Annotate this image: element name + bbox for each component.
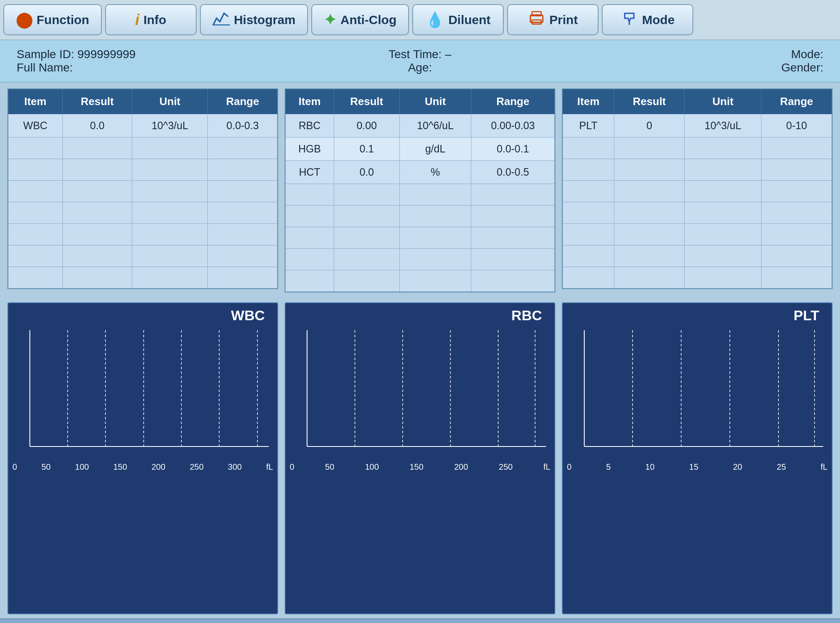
table3-body-row0-item: PLT [562,114,614,137]
table1-body-row3-unit [132,181,208,202]
gender-label: Gender: [781,61,823,74]
patient-info-bar: Sample ID: 999999999 Full Name: Test Tim… [0,40,840,83]
anticlog-icon: ✦ [324,11,336,29]
table-plt: Item Result Unit Range PLT010^3/uL0-10 [562,88,833,289]
table2-body-row5-range [471,227,555,249]
table3-col-range: Range [761,89,832,114]
table2-body-row6-item [285,249,334,270]
table1-body-row7-result [62,267,132,289]
table2-body-row7-item [285,270,334,292]
table3-body-row1-item [562,137,614,159]
chart-rbc-xaxis: 0 50 100 150 200 250 fL [290,461,550,472]
table1-body-row3-range [208,181,278,202]
table3-body-row4-unit [685,202,761,224]
mode-button[interactable]: Mode [602,4,693,35]
chart-wbc-svg [12,326,273,459]
function-button[interactable]: ⬤ Function [3,4,102,35]
table2-body-row4-result [334,206,399,227]
table1-body-row3-result [62,181,132,202]
table3-body-row4-range [761,202,832,224]
table1-body-row2-unit [132,159,208,181]
table3-body-row7-range [761,267,832,289]
table1-body-row5-result [62,224,132,245]
table-rbc-wrap: Item Result Unit Range RBC0.0010^6/uL0.0… [285,88,555,292]
table3-body-row2-result [614,159,685,181]
table3-body-row2-unit [685,159,761,181]
table-wbc-wrap: Item Result Unit Range WBC0.010^3/uL0.0-… [7,88,278,292]
chart-wbc: WBC 0 50 100 150 200 250 300 [7,302,278,615]
age-label: Age: [408,61,432,74]
chart-plt-xaxis: 0 5 10 15 20 25 fL [567,461,828,472]
print-button[interactable]: Print [507,4,599,35]
table3-body-row1-result [614,137,685,159]
full-name-field: Full Name: [17,61,283,74]
table3-body-row6-unit [685,245,761,267]
table1-col-item: Item [8,89,62,114]
table2-col-unit: Unit [399,89,471,114]
table2-body-row4-unit [399,206,471,227]
table2-body-row2-item: HCT [285,161,334,184]
table1-body-row1-item [8,137,62,159]
table1-body-row5-item [8,224,62,245]
table1-body-row4-item [8,202,62,224]
table3-body-row3-range [761,181,832,202]
print-label: Print [549,13,578,27]
mode-icon [621,10,638,29]
table3-col-unit: Unit [685,89,761,114]
table3-body-row6-item [562,245,614,267]
chart-wbc-xaxis: 0 50 100 150 200 250 300 fL [12,461,273,472]
table2-body-row3-range [471,184,555,206]
diluent-icon: 💧 [426,11,444,29]
table2-col-item: Item [285,89,334,114]
table3-body-row5-result [614,224,685,245]
full-name-label: Full Name: [17,61,73,74]
gender-field: Gender: [557,61,823,74]
anticlog-button[interactable]: ✦ Anti-Clog [311,4,409,35]
chart-plt-svg [567,326,828,459]
table3-body-row3-item [562,181,614,202]
table1-body-row0-range: 0.0-0.3 [208,114,278,137]
table1-body-row0-result: 0.0 [62,114,132,137]
table3-body-row5-unit [685,224,761,245]
table1-body-row1-range [208,137,278,159]
table1-body-row3-item [8,181,62,202]
table1-body-row4-range [208,202,278,224]
histogram-icon [212,10,230,29]
main-content: Item Result Unit Range WBC0.010^3/uL0.0-… [0,83,840,618]
chart-rbc-svg [290,326,550,459]
table1-body-row6-item [8,245,62,267]
table2-body-row7-unit [399,270,471,292]
histogram-button[interactable]: Histogram [200,4,308,35]
info-label: Info [143,13,166,27]
chart-plt-title: PLT [567,307,828,324]
diluent-label: Diluent [448,13,491,27]
table1-body-row2-range [208,159,278,181]
info-button[interactable]: i Info [105,4,197,35]
table3-body-row5-range [761,224,832,245]
table3-body-row4-item [562,202,614,224]
test-time-value: – [445,48,451,61]
sample-id-value: 999999999 [77,48,135,61]
table2-body-row3-unit [399,184,471,206]
tables-section: Item Result Unit Range WBC0.010^3/uL0.0-… [0,83,840,298]
table2-body-row4-range [471,206,555,227]
table1-body-row6-range [208,245,278,267]
table3-body-row7-result [614,267,685,289]
table-wbc: Item Result Unit Range WBC0.010^3/uL0.0-… [7,88,278,289]
test-time-field: Test Time: – [287,48,554,61]
diluent-button[interactable]: 💧 Diluent [412,4,504,35]
table1-col-range: Range [208,89,278,114]
table2-body-row0-item: RBC [285,114,334,137]
table1-col-unit: Unit [132,89,208,114]
table2-body-row2-unit: % [399,161,471,184]
mode-label-field: Mode: [791,48,823,61]
table2-body-row1-item: HGB [285,137,334,161]
table2-body-row4-item [285,206,334,227]
age-field: Age: [287,61,554,74]
table1-body-row1-result [62,137,132,159]
charts-section: WBC 0 50 100 150 200 250 300 [0,298,840,619]
table2-body-row3-item [285,184,334,206]
chart-wbc-title: WBC [12,307,273,324]
table2-body-row7-range [471,270,555,292]
table1-body-row4-result [62,202,132,224]
